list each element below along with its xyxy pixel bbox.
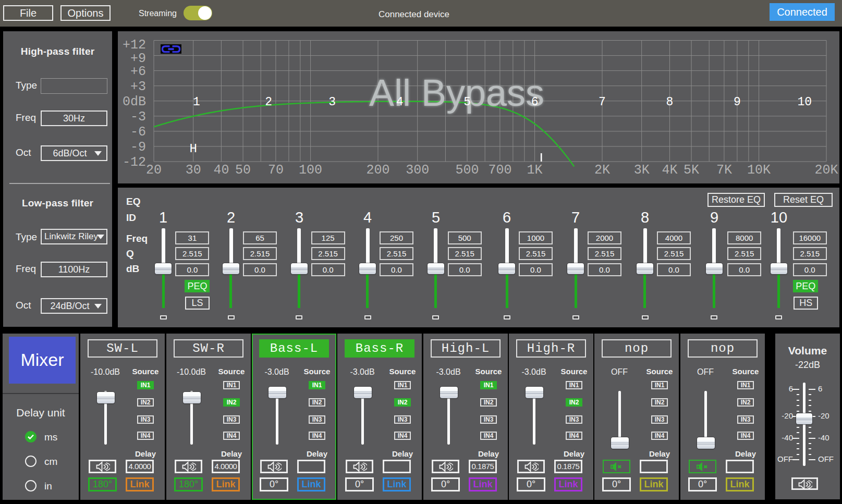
svg-text:10: 10	[797, 95, 812, 109]
svg-text:2K: 2K	[594, 163, 610, 178]
svg-text:300: 300	[406, 163, 429, 178]
svg-text:+12: +12	[123, 38, 146, 53]
svg-text:500: 500	[456, 163, 479, 178]
svg-text:20: 20	[146, 163, 162, 178]
svg-text:4: 4	[396, 95, 404, 109]
svg-text:40: 40	[213, 163, 229, 178]
svg-text:2: 2	[265, 95, 272, 109]
svg-text:3: 3	[328, 95, 336, 109]
svg-text:7: 7	[599, 95, 606, 109]
svg-text:6: 6	[531, 95, 539, 109]
svg-text:+3: +3	[130, 79, 146, 94]
svg-text:20K: 20K	[814, 163, 838, 178]
svg-text:5: 5	[463, 95, 471, 109]
svg-text:9: 9	[734, 95, 741, 109]
svg-text:+6: +6	[130, 64, 146, 79]
svg-text:-9: -9	[130, 140, 146, 155]
svg-text:10K: 10K	[747, 163, 771, 178]
svg-text:7K: 7K	[716, 163, 732, 178]
svg-text:50: 50	[235, 163, 251, 178]
svg-text:3K: 3K	[634, 163, 650, 178]
svg-text:H: H	[189, 142, 197, 156]
svg-text:0dB: 0dB	[123, 94, 146, 109]
svg-text:4K: 4K	[662, 163, 677, 178]
svg-text:-6: -6	[130, 125, 146, 140]
svg-text:1K: 1K	[527, 163, 543, 178]
svg-text:All Bypass: All Bypass	[369, 72, 544, 114]
svg-text:70: 70	[268, 163, 284, 178]
svg-text:200: 200	[366, 163, 389, 178]
svg-text:8: 8	[666, 95, 673, 109]
svg-text:5K: 5K	[684, 163, 699, 178]
svg-text:1: 1	[193, 95, 200, 109]
svg-text:700: 700	[488, 163, 511, 178]
svg-text:-3: -3	[130, 109, 146, 125]
svg-text:30: 30	[186, 163, 201, 178]
svg-text:100: 100	[299, 163, 322, 178]
svg-text:-12: -12	[123, 155, 146, 170]
